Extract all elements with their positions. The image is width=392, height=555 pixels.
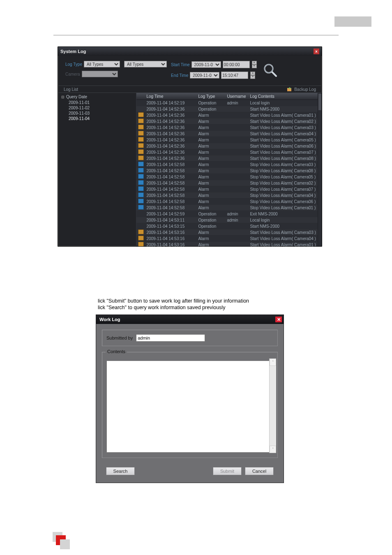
start-time-input[interactable] — [223, 61, 250, 68]
submitted-by-input[interactable] — [136, 334, 205, 342]
cell-time: 2009-11-04 14:52:58 — [145, 193, 196, 198]
table-row[interactable]: 2009-11-04 14:52:36AlarmStart Video Loss… — [136, 149, 317, 155]
cell-type: Alarm — [196, 206, 225, 210]
table-row[interactable]: 2009-11-04 14:52:36AlarmStart Video Loss… — [136, 137, 317, 143]
system-log-window: System Log × Log Type All Types Camera A… — [58, 46, 322, 247]
table-header: Log Time Log Type Username Log Contents — [136, 93, 317, 100]
search-icon[interactable] — [261, 61, 280, 80]
textarea-scrollbar[interactable]: ˄˅ — [269, 358, 276, 453]
table-row[interactable]: 2009-11-04 14:52:58AlarmStop Video Loss … — [136, 174, 317, 180]
cell-contents: Start Video Loss Alarm( Camera01 ) — [248, 113, 317, 118]
table-row[interactable]: 2009-11-04 14:53:16AlarmStart Video Loss… — [136, 236, 317, 242]
cell-type: Alarm — [196, 162, 225, 167]
scroll-up-icon[interactable]: ˄ — [270, 358, 276, 366]
end-time-input[interactable] — [221, 72, 248, 79]
tree-item[interactable]: 2009-11-04 — [61, 116, 133, 121]
table-row[interactable]: 2009-11-04 14:52:36AlarmStart Video Loss… — [136, 118, 317, 125]
alarm-stop-icon — [138, 205, 144, 210]
log-table: Log Time Log Type Username Log Contents … — [136, 93, 317, 246]
cell-type: Alarm — [196, 199, 225, 204]
table-row[interactable]: 2009-11-04 14:53:16AlarmStart Video Loss… — [136, 229, 317, 236]
col-contents[interactable]: Log Contents — [248, 94, 317, 99]
tree-item[interactable]: 2009-11-01 — [61, 100, 133, 105]
table-row[interactable]: 2009-11-04 14:53:11OperationadminLocal l… — [136, 217, 317, 223]
table-row[interactable]: 2009-11-04 14:52:58AlarmStop Video Loss … — [136, 168, 317, 174]
table-row[interactable]: 2009-11-04 14:52:36AlarmStart Video Loss… — [136, 131, 317, 137]
alarm-stop-icon — [138, 192, 144, 197]
contents-textarea[interactable] — [106, 361, 277, 453]
cell-user: admin — [225, 101, 248, 105]
table-row[interactable]: 2009-11-04 14:52:36OperationStart NMS-20… — [136, 106, 317, 112]
end-date-select[interactable]: 2009-11-04 — [190, 72, 219, 79]
table-row[interactable]: 2009-11-04 14:53:16AlarmStart Video Loss… — [136, 242, 317, 246]
log-list-label: Log List — [64, 87, 78, 92]
table-row[interactable]: 2009-11-04 14:52:36AlarmStart Video Loss… — [136, 112, 317, 118]
table-row[interactable]: 2009-11-04 14:52:58AlarmStop Video Loss … — [136, 162, 317, 168]
cell-type: Operation — [196, 224, 225, 229]
table-row[interactable]: 2009-11-04 14:52:36AlarmStart Video Loss… — [136, 143, 317, 149]
backup-log-button[interactable]: Backup Log — [287, 87, 316, 92]
start-time-spinner[interactable]: ▲▼ — [252, 61, 257, 68]
cell-type: Alarm — [196, 193, 225, 198]
end-time-spinner[interactable]: ▲▼ — [250, 72, 255, 79]
start-date-select[interactable]: 2009-11-01 — [191, 61, 221, 68]
work-log-titlebar[interactable]: Work Log ✕ — [96, 315, 284, 324]
contents-label: Contents — [106, 349, 127, 354]
log-subtype-select[interactable]: All Types — [124, 61, 167, 67]
table-row[interactable]: 2009-11-04 14:52:58AlarmStop Video Loss … — [136, 199, 317, 205]
scroll-down-icon[interactable]: ˅ — [270, 446, 276, 453]
cell-contents: Start NMS-2000 — [248, 107, 317, 111]
system-log-titlebar[interactable]: System Log × — [58, 47, 322, 56]
cell-contents: Start Video Loss Alarm( Camera03 ) — [248, 230, 317, 235]
tree-item[interactable]: 2009-11-03 — [61, 111, 133, 116]
log-type-select[interactable]: All Types — [84, 61, 120, 67]
alarm-stop-icon — [138, 180, 144, 185]
table-row[interactable]: 2009-11-04 14:52:58AlarmStop Video Loss … — [136, 192, 317, 199]
table-row[interactable]: 2009-11-04 14:52:36AlarmStart Video Loss… — [136, 125, 317, 131]
cell-time: 2009-11-04 14:53:16 — [145, 243, 196, 247]
vertical-scrollbar[interactable] — [318, 93, 322, 246]
table-row[interactable]: 2009-11-04 14:52:58AlarmStop Video Loss … — [136, 205, 317, 211]
cell-time: 2009-11-04 14:53:16 — [145, 236, 196, 241]
close-icon[interactable]: × — [314, 49, 319, 54]
alarm-start-icon — [138, 112, 144, 117]
cell-contents: Local login — [248, 218, 317, 222]
cell-time: 2009-11-04 14:52:58 — [145, 181, 196, 185]
cell-time: 2009-11-04 14:53:16 — [145, 230, 196, 235]
cancel-button[interactable]: Cancel — [245, 467, 274, 475]
tree-root[interactable]: ⊟Query Date — [61, 95, 133, 99]
cell-type: Alarm — [196, 181, 225, 185]
alarm-stop-icon — [138, 162, 144, 166]
alarm-start-icon — [138, 131, 144, 136]
col-log-time[interactable]: Log Time — [145, 94, 196, 99]
cell-time: 2009-11-04 14:52:36 — [145, 156, 196, 161]
cell-time: 2009-11-04 14:52:19 — [145, 101, 196, 105]
table-row[interactable]: 2009-11-04 14:52:36AlarmStart Video Loss… — [136, 155, 317, 162]
search-button[interactable]: Search — [106, 467, 135, 475]
table-row[interactable]: 2009-11-04 14:53:15OperationStart NMS-20… — [136, 223, 317, 229]
submitted-by-group: Submitted by — [102, 330, 278, 346]
alarm-start-icon — [138, 118, 144, 123]
cell-contents: Exit NMS-2000 — [248, 212, 317, 216]
table-row[interactable]: 2009-11-04 14:52:59OperationadminExit NM… — [136, 211, 317, 217]
col-username[interactable]: Username — [225, 94, 248, 99]
collapse-icon[interactable]: ⊟ — [61, 95, 65, 99]
table-row[interactable]: 2009-11-04 14:52:19OperationadminLocal l… — [136, 100, 317, 106]
cell-time: 2009-11-04 14:52:36 — [145, 107, 196, 111]
work-log-dialog: Work Log ✕ Submitted by Contents ˄˅ Sear… — [96, 314, 284, 483]
cell-user: admin — [225, 212, 248, 216]
cell-contents: Start Video Loss Alarm( Camera07 ) — [248, 150, 317, 155]
close-icon[interactable]: ✕ — [275, 317, 282, 322]
cell-time: 2009-11-04 14:52:58 — [145, 187, 196, 192]
table-row[interactable]: 2009-11-04 14:52:58AlarmStop Video Loss … — [136, 186, 317, 192]
divider — [53, 35, 339, 35]
col-log-type[interactable]: Log Type — [196, 94, 225, 99]
submit-button[interactable]: Submit — [213, 467, 242, 475]
table-row[interactable]: 2009-11-04 14:52:58AlarmStop Video Loss … — [136, 180, 317, 186]
filter-bar: Log Type All Types Camera All Types Star… — [58, 56, 322, 84]
alarm-start-icon — [138, 143, 144, 148]
cell-type: Alarm — [196, 138, 225, 142]
tree-item[interactable]: 2009-11-02 — [61, 105, 133, 111]
system-log-title: System Log — [60, 49, 86, 54]
work-log-title: Work Log — [99, 317, 120, 322]
